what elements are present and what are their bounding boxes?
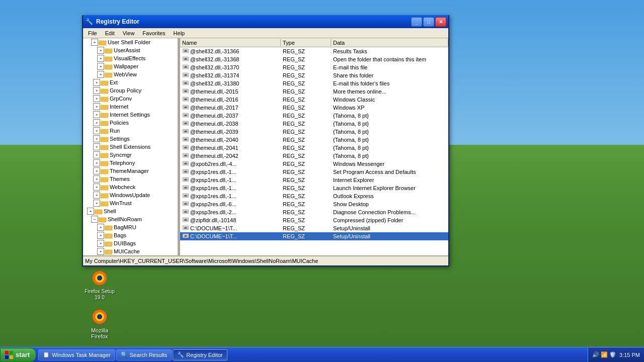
- tree-item[interactable]: + GrpConv: [83, 95, 178, 103]
- tree-expand-btn[interactable]: +: [93, 151, 100, 158]
- data-rows[interactable]: ab @shell32.dll,-31366REG_SZResults Task…: [180, 47, 448, 255]
- table-row[interactable]: ab @shell32.dll,-31374REG_SZShare this f…: [180, 71, 448, 79]
- col-header-data[interactable]: Data: [331, 39, 448, 46]
- tree-item[interactable]: + Ext: [83, 78, 178, 86]
- tree-expand-btn[interactable]: +: [93, 192, 100, 199]
- tree-expand-btn[interactable]: +: [93, 95, 100, 102]
- start-button[interactable]: start: [0, 348, 36, 362]
- tree-item[interactable]: + Webcheck: [83, 183, 178, 191]
- tree-item[interactable]: + VisualEffects: [83, 54, 178, 62]
- tree-expand-btn[interactable]: +: [93, 79, 100, 86]
- tree-expand-btn[interactable]: +: [97, 71, 104, 78]
- table-row[interactable]: ab @shell32.dll,-31366REG_SZResults Task…: [180, 47, 448, 55]
- tree-expand-btn[interactable]: +: [93, 167, 100, 174]
- tree-expand-btn[interactable]: +: [97, 248, 104, 255]
- table-row[interactable]: ab @themeui.dll,-2017REG_SZWindows XP: [180, 104, 448, 112]
- tree-item[interactable]: + Syncmgr: [83, 151, 178, 159]
- table-row[interactable]: ab @xpsp1res.dll,-1...REG_SZOutlook Expr…: [180, 192, 448, 200]
- maximize-button[interactable]: □: [423, 17, 434, 27]
- table-row[interactable]: ab @themeui.dll,-2041REG_SZ{Tahoma, 8 pt…: [180, 144, 448, 152]
- menu-view[interactable]: View: [119, 29, 139, 37]
- tree-item[interactable]: + Themes: [83, 175, 178, 183]
- tree-item[interactable]: + WinTrust: [83, 199, 178, 207]
- tree-item[interactable]: + User Shell Folder: [83, 38, 178, 46]
- tree-item[interactable]: + Bags: [83, 231, 178, 239]
- tree-expand-btn[interactable]: +: [97, 55, 104, 62]
- col-header-name[interactable]: Name: [180, 39, 281, 46]
- tree-item[interactable]: + Wallpaper: [83, 62, 178, 70]
- reg-value-icon: ab: [182, 208, 189, 216]
- tree-expand-btn[interactable]: +: [93, 103, 100, 110]
- tree-item[interactable]: + Settings: [83, 135, 178, 143]
- menu-favorites[interactable]: Favorites: [138, 29, 169, 37]
- taskbar-item-search-results[interactable]: 🔍Search Results: [116, 349, 172, 360]
- tree-expand-btn[interactable]: +: [93, 159, 100, 166]
- tree-item[interactable]: + WebView: [83, 70, 178, 78]
- tree-expand-btn[interactable]: +: [97, 63, 104, 70]
- table-row[interactable]: ab C:\DOCUME~1\T...REG_SZSetup/Uninstall: [180, 224, 448, 232]
- tree-item[interactable]: + Telephony: [83, 159, 178, 167]
- tree-expand-btn[interactable]: +: [93, 87, 100, 94]
- cell-data: Show Desktop: [331, 201, 448, 208]
- table-row[interactable]: ab @themeui.dll,-2015REG_SZMore themes o…: [180, 87, 448, 96]
- table-row[interactable]: ab @xpsp1res.dll,-1...REG_SZSet Program …: [180, 168, 448, 176]
- taskbar-item-registry-editor[interactable]: 🔧Registry Editor: [173, 349, 227, 360]
- col-header-type[interactable]: Type: [281, 39, 331, 46]
- table-row[interactable]: ab @xpsp2res.dll,-6...REG_SZShow Desktop: [180, 200, 448, 208]
- tree-expand-btn[interactable]: +: [91, 39, 98, 46]
- tree-item[interactable]: + Internet: [83, 103, 178, 111]
- tree-expand-btn[interactable]: +: [93, 135, 100, 142]
- tree-item[interactable]: + Shell: [83, 207, 178, 215]
- tree-content[interactable]: + User Shell Folder+ UserAssist+ VisualE…: [83, 38, 178, 255]
- tree-expand-btn[interactable]: +: [93, 175, 100, 183]
- tree-expand-btn[interactable]: +: [93, 184, 100, 191]
- tree-expand-btn[interactable]: +: [93, 111, 100, 118]
- tree-expand-btn[interactable]: +: [97, 224, 104, 231]
- tree-expand-btn[interactable]: −: [91, 216, 98, 223]
- table-row[interactable]: ab @themeui.dll,-2039REG_SZ{Tahoma, 8 pt…: [180, 128, 448, 136]
- tree-item[interactable]: + BagMRU: [83, 223, 178, 231]
- close-button[interactable]: ✕: [435, 17, 446, 27]
- table-row[interactable]: ab @themeui.dll,-2040REG_SZ{Tahoma, 8 pt…: [180, 136, 448, 144]
- tree-item[interactable]: − ShellNoRoam: [83, 215, 178, 223]
- table-row[interactable]: ab @themeui.dll,-2038REG_SZ{Tahoma, 8 pt…: [180, 120, 448, 128]
- tree-item[interactable]: + ThemeManager: [83, 167, 178, 175]
- tree-item[interactable]: + UserAssist: [83, 46, 178, 54]
- tree-item[interactable]: + WindowsUpdate: [83, 191, 178, 199]
- tree-item[interactable]: + Internet Settings: [83, 111, 178, 119]
- table-row[interactable]: ab @themeui.dll,-2042REG_SZ{Tahoma, 8 pt…: [180, 152, 448, 160]
- table-row[interactable]: ab @zipfldr.dll,-10148REG_SZCompressed (…: [180, 216, 448, 224]
- tree-item[interactable]: + Policies: [83, 119, 178, 127]
- table-row[interactable]: ab @themeui.dll,-2016REG_SZWindows Class…: [180, 96, 448, 104]
- folder-icon: [105, 63, 113, 70]
- table-row[interactable]: ab @shell32.dll,-31368REG_SZOpen the fol…: [180, 55, 448, 63]
- tree-item[interactable]: + Shell Extensions: [83, 143, 178, 151]
- menu-help[interactable]: Help: [170, 29, 189, 37]
- table-row[interactable]: ab @xpsp1res.dll,-1...REG_SZLaunch Inter…: [180, 184, 448, 192]
- tree-expand-btn[interactable]: +: [93, 143, 100, 150]
- tree-expand-btn[interactable]: +: [97, 47, 104, 54]
- tree-expand-btn[interactable]: +: [97, 232, 104, 239]
- tree-item[interactable]: + MUICache: [83, 247, 178, 255]
- table-row[interactable]: ab @shell32.dll,-31380REG_SZE-mail this …: [180, 79, 448, 87]
- table-row[interactable]: ab C:\DOCUME~1\T...REG_SZSetup/Uninstall: [180, 232, 448, 240]
- table-row[interactable]: ab @xpsp1res.dll,-1...REG_SZInternet Exp…: [180, 176, 448, 184]
- table-row[interactable]: ab @xpsp3res.dll,-2...REG_SZDiagnose Con…: [180, 208, 448, 216]
- minimize-button[interactable]: _: [411, 17, 422, 27]
- table-row[interactable]: ab @shell32.dll,-31370REG_SZE-mail this …: [180, 63, 448, 71]
- tree-expand-btn[interactable]: +: [97, 240, 104, 247]
- tree-item[interactable]: + DUIBags: [83, 239, 178, 247]
- mozilla-firefox-icon[interactable]: Mozilla Firefox: [82, 308, 117, 339]
- tree-expand-btn[interactable]: +: [87, 208, 94, 215]
- taskbar-item-task-manager[interactable]: 📋Windows Task Manager: [38, 349, 115, 360]
- tree-expand-btn[interactable]: +: [93, 127, 100, 134]
- menu-edit[interactable]: Edit: [101, 29, 119, 37]
- firefox-setup-icon[interactable]: Firefox Setup 19.0: [82, 269, 117, 301]
- table-row[interactable]: ab @xpob2res.dll,-4...REG_SZWindows Mess…: [180, 160, 448, 168]
- tree-expand-btn[interactable]: +: [93, 119, 100, 126]
- table-row[interactable]: ab @themeui.dll,-2037REG_SZ{Tahoma, 8 pt…: [180, 112, 448, 120]
- menu-file[interactable]: File: [84, 29, 101, 37]
- tree-expand-btn[interactable]: +: [93, 200, 100, 207]
- tree-item[interactable]: + Group Policy: [83, 86, 178, 95]
- tree-item[interactable]: + Run: [83, 127, 178, 135]
